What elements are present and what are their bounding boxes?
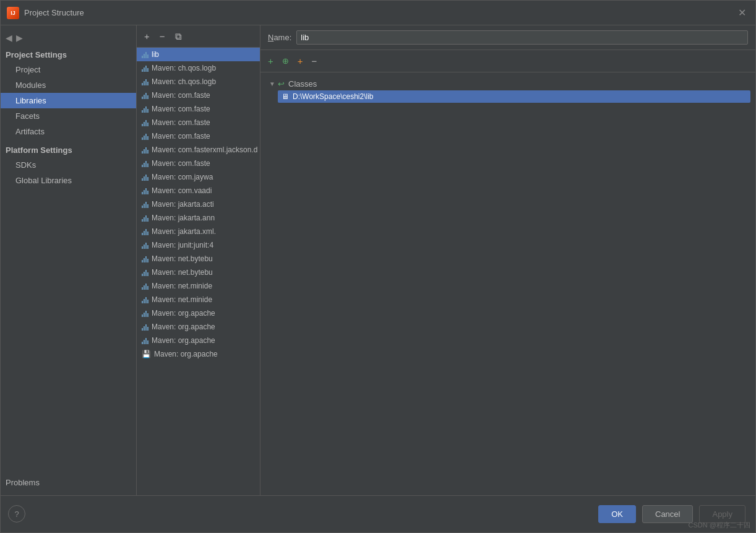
detail-toolbar: + ⊕ + − (260, 50, 755, 72)
tree-path-row: 🖥 D:\WorkSpace\ceshi2\lib (265, 90, 750, 103)
library-icon (142, 105, 148, 113)
sidebar-item-libraries[interactable]: Libraries (1, 93, 136, 108)
list-item[interactable]: Maven: com.faste (137, 89, 260, 102)
library-name-input[interactable] (296, 30, 748, 45)
list-item[interactable]: Maven: com.fasterxml.jackson.datatype:ja… (137, 143, 257, 157)
monitor-icon: 🖥 (281, 92, 289, 101)
library-icon (142, 282, 148, 290)
classes-label: Classes (288, 79, 317, 89)
disk-icon: 💾 (142, 350, 151, 358)
list-item[interactable]: Maven: com.jaywa (137, 170, 260, 184)
library-icon (142, 323, 148, 331)
watermark: CSDN @程序二十四 (689, 521, 750, 530)
project-structure-dialog: IJ Project Structure ✕ ◀ ▶ Project Setti… (0, 0, 756, 533)
library-list: lib Maven: ch.qos.logb (137, 48, 260, 495)
ok-button[interactable]: OK (598, 505, 636, 523)
library-icon (142, 187, 148, 194)
tree-path-item[interactable]: 🖥 D:\WorkSpace\ceshi2\lib (278, 90, 750, 103)
sidebar-item-facets[interactable]: Facets (1, 108, 136, 124)
sidebar-item-global-libraries[interactable]: Global Libraries (1, 173, 136, 188)
library-icon (142, 51, 148, 58)
platform-settings-header: Platform Settings (1, 139, 136, 157)
library-icon (142, 119, 148, 126)
library-icon (142, 201, 148, 208)
library-icon (142, 160, 148, 167)
sidebar-item-project[interactable]: Project (1, 62, 136, 77)
sidebar-item-modules[interactable]: Modules (1, 77, 136, 93)
sidebar-item-artifacts[interactable]: Artifacts (1, 124, 136, 139)
add-jar-button[interactable]: + (295, 54, 306, 67)
library-icon (142, 146, 148, 154)
list-item[interactable]: Maven: net.bytebu (137, 266, 260, 279)
name-row: Name: (260, 25, 755, 50)
back-button[interactable]: ◀ (6, 33, 12, 43)
library-path: D:\WorkSpace\ceshi2\lib (293, 92, 374, 101)
library-icon (142, 241, 148, 249)
title-bar: IJ Project Structure ✕ (1, 1, 755, 25)
cancel-button[interactable]: Cancel (642, 505, 693, 523)
list-item[interactable]: Maven: junit:junit:4 (137, 238, 260, 252)
content-area: ◀ ▶ Project Settings Project Modules Lib… (1, 25, 755, 495)
list-item[interactable]: Maven: jakarta.xml. (137, 225, 260, 238)
library-icon (142, 214, 148, 222)
list-item[interactable]: Maven: org.apache (137, 306, 260, 320)
copy-library-button[interactable]: ⧉ (173, 30, 184, 43)
sidebar-item-problems[interactable]: Problems (1, 475, 136, 490)
forward-button[interactable]: ▶ (16, 33, 23, 43)
list-item[interactable]: Maven: com.faste (137, 157, 260, 170)
library-icon (142, 228, 148, 235)
help-button[interactable]: ? (8, 505, 25, 522)
list-item[interactable]: lib (137, 48, 260, 61)
library-icon (142, 337, 148, 344)
library-icon (142, 269, 148, 276)
classes-icon: ↩ (278, 79, 285, 89)
list-item[interactable]: Maven: jakarta.ann (137, 211, 260, 225)
app-icon: IJ (7, 7, 19, 19)
dialog-title: Project Structure (24, 8, 734, 17)
library-icon (142, 132, 148, 140)
name-label: Name: (268, 33, 291, 42)
list-item[interactable]: Maven: com.faste (137, 116, 260, 129)
list-item[interactable]: Maven: ch.qos.logb (137, 75, 260, 89)
remove-library-button[interactable]: − (157, 30, 168, 43)
list-item[interactable]: Maven: org.apache (137, 320, 260, 334)
list-item[interactable]: Maven: net.minide (137, 293, 260, 306)
remove-class-button[interactable]: − (309, 54, 320, 67)
add-library-button[interactable]: + (142, 30, 152, 43)
close-button[interactable]: ✕ (734, 6, 749, 20)
list-item[interactable]: Maven: org.apache (137, 334, 260, 347)
library-icon (142, 255, 148, 262)
sidebar: ◀ ▶ Project Settings Project Modules Lib… (1, 25, 137, 495)
list-item[interactable]: Maven: net.bytebu (137, 252, 260, 266)
dialog-footer: OK Cancel Apply (1, 495, 755, 532)
sidebar-item-sdks[interactable]: SDKs (1, 157, 136, 173)
list-toolbar: + − ⧉ (137, 25, 260, 48)
tree-expand-icon[interactable]: ▼ (268, 80, 277, 89)
project-settings-header: Project Settings (1, 48, 136, 62)
list-item[interactable]: Maven: com.faste (137, 102, 260, 116)
main-two-panel: + − ⧉ (137, 25, 755, 495)
library-icon (142, 173, 148, 181)
library-icon (142, 310, 148, 317)
classes-tree-node[interactable]: ▼ ↩ Classes (265, 77, 750, 90)
list-item[interactable]: Maven: net.minide (137, 279, 260, 293)
classes-tree: ▼ ↩ Classes 🖥 D:\WorkSpace\ceshi2\lib (260, 72, 755, 495)
list-item[interactable]: 💾 Maven: org.apache (137, 347, 260, 361)
library-list-panel: + − ⧉ (137, 25, 260, 495)
list-item[interactable]: Maven: com.faste (137, 129, 260, 143)
list-item[interactable]: Maven: ch.qos.logb (137, 61, 260, 75)
nav-arrows: ◀ ▶ (1, 30, 136, 48)
library-icon (142, 296, 148, 303)
library-icon (142, 92, 148, 99)
detail-panel: Name: + ⊕ + − ▼ (260, 25, 755, 495)
list-item[interactable]: Maven: jakarta.acti (137, 197, 260, 211)
library-icon (142, 64, 148, 72)
library-icon (142, 78, 148, 85)
add-alt-button[interactable]: ⊕ (280, 55, 291, 67)
add-classes-button[interactable]: + (265, 54, 276, 67)
list-item[interactable]: Maven: com.vaadi (137, 184, 260, 197)
